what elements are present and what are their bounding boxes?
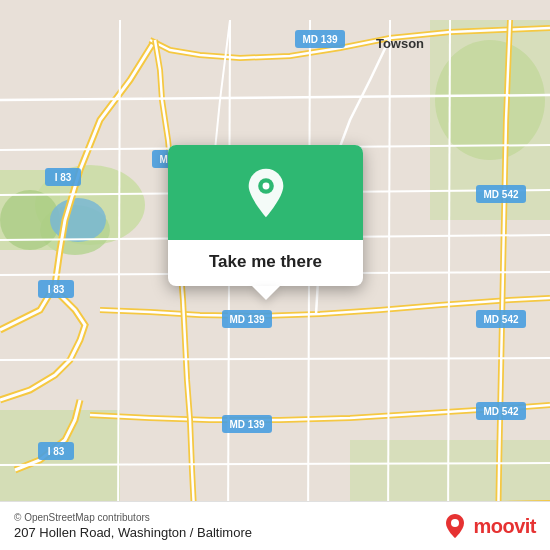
bottom-bar-left: © OpenStreetMap contributors 207 Hollen … [14,512,252,540]
svg-point-47 [451,519,459,527]
moovit-text: moovit [473,515,536,538]
popup-pointer [252,286,280,300]
bottom-bar: © OpenStreetMap contributors 207 Hollen … [0,501,550,550]
osm-credit: © OpenStreetMap contributors [14,512,252,523]
svg-point-46 [262,182,269,189]
svg-text:I 83: I 83 [48,446,65,457]
svg-text:MD 542: MD 542 [483,314,518,325]
popup-card: Take me there [168,145,363,286]
moovit-logo[interactable]: moovit [441,512,536,540]
take-me-there-button[interactable]: Take me there [168,240,363,286]
location-pin-icon [240,167,292,219]
svg-point-7 [435,40,545,160]
svg-text:MD 139: MD 139 [302,34,337,45]
map-container: MD 139 Towson MD 134 I 83 MD 542 I 83 MD… [0,0,550,550]
popup-green-area [168,145,363,240]
svg-text:MD 542: MD 542 [483,406,518,417]
svg-text:Towson: Towson [376,36,424,51]
svg-text:I 83: I 83 [55,172,72,183]
moovit-pin-icon [441,512,469,540]
svg-text:MD 139: MD 139 [229,419,264,430]
svg-point-5 [50,198,106,242]
svg-text:MD 542: MD 542 [483,189,518,200]
address-text: 207 Hollen Road, Washington / Baltimore [14,525,252,540]
svg-text:I 83: I 83 [48,284,65,295]
svg-text:MD 139: MD 139 [229,314,264,325]
